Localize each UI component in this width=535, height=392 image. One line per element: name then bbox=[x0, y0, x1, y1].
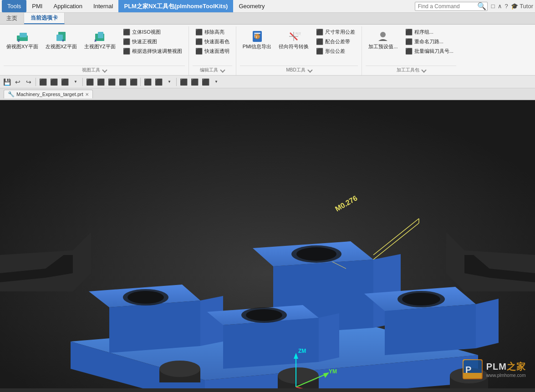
tb-view5-btn[interactable]: ⬛ bbox=[128, 77, 138, 87]
mbd-tools-chevron[interactable] bbox=[307, 67, 312, 72]
mbd-tools-label: MBD工具 bbox=[240, 66, 358, 74]
tb-view1-btn[interactable]: ⬛ bbox=[85, 77, 95, 87]
help-icon[interactable]: ? bbox=[505, 3, 508, 10]
file-tab-close[interactable]: ✕ bbox=[85, 92, 89, 97]
fit-view-btn[interactable]: ⬛ 根据选择快速调整视图 bbox=[120, 46, 185, 56]
left-view-label: 左视图XZ平面 bbox=[46, 44, 77, 50]
iso-view-btn[interactable]: ⬛ 立体ISO视图 bbox=[120, 27, 185, 36]
tutorial-link[interactable]: 🎓 Tutor bbox=[511, 3, 533, 10]
quick-face-transparent-icon: ⬛ bbox=[195, 47, 203, 55]
tb-drop2-btn[interactable]: ▼ bbox=[164, 77, 174, 87]
gd-tolerance-btn[interactable]: ⬛ 形位公差 bbox=[313, 46, 358, 56]
fit-view-label: 根据选择快速调整视图 bbox=[132, 48, 182, 55]
tb-snap-btn[interactable]: ⬛ bbox=[49, 77, 59, 87]
top-view-btn[interactable]: Z 俯视图XY平面 bbox=[4, 27, 41, 51]
quick-front-btn[interactable]: ⬛ 快速正视图 bbox=[120, 37, 185, 46]
menu-application[interactable]: Application bbox=[48, 0, 88, 12]
tb-geom1-btn[interactable]: ⬛ bbox=[143, 77, 153, 87]
iso-label: 立体ISO视图 bbox=[132, 29, 161, 36]
ribbon-edit-items: ⬛ 移除高亮 ⬛ 快速面着色 ⬛ 快速面透明 bbox=[193, 27, 232, 65]
tb-misc1-btn[interactable]: ⬛ bbox=[178, 77, 189, 87]
quick-front-icon: ⬛ bbox=[123, 38, 130, 45]
machining-tools-label: 加工工具包 bbox=[366, 66, 456, 74]
fit-tolerance-btn[interactable]: ⬛ 配合公差带 bbox=[313, 37, 358, 46]
radial-symbol-btn[interactable]: R(0) 径向符号转换 bbox=[276, 27, 311, 51]
machining-tools-chevron[interactable] bbox=[421, 67, 426, 72]
machining-small-btns: ⬛ 程序组... ⬛ 重命名刀路... ⬛ 批量编辑刀具号... bbox=[403, 27, 456, 56]
rename-toolpath-btn[interactable]: ⬛ 重命名刀路... bbox=[403, 37, 456, 46]
file-tab-name: Machinery_Express_target.prt bbox=[16, 92, 83, 97]
window-collapse-icon[interactable]: ∧ bbox=[498, 3, 502, 10]
svg-marker-29 bbox=[109, 300, 200, 353]
front-view-btn[interactable]: X 主视图YZ平面 bbox=[82, 27, 118, 51]
tb-misc2-btn[interactable]: ⬛ bbox=[189, 77, 199, 87]
tb-filter-btn[interactable]: ⬛ bbox=[60, 77, 70, 87]
quick-face-color-btn[interactable]: ⬛ 快速面着色 bbox=[193, 37, 232, 46]
menu-pmi[interactable]: PMI bbox=[26, 0, 48, 12]
svg-marker-44 bbox=[385, 304, 476, 355]
svg-text:X: X bbox=[94, 39, 97, 42]
tb-misc3-btn[interactable]: ⬛ bbox=[200, 77, 210, 87]
pmi-export-btn[interactable]: i PMI信息导出 bbox=[240, 27, 275, 51]
batch-edit-tool-btn[interactable]: ⬛ 批量编辑刀具号... bbox=[403, 46, 456, 56]
left-view-btn[interactable]: Y 左视图XZ平面 bbox=[43, 27, 80, 51]
view-small-btns: ⬛ 立体ISO视图 ⬛ 快速正视图 ⬛ 根据选择快速调整视图 bbox=[120, 27, 185, 56]
ribbon-tab-home[interactable]: 主页 bbox=[0, 13, 24, 24]
menu-internal[interactable]: Internal bbox=[88, 0, 118, 12]
search-bar[interactable]: 🔍 bbox=[415, 2, 488, 11]
fit-tolerance-label: 配合公差带 bbox=[325, 38, 350, 45]
tb-undo-btn[interactable]: ↩ bbox=[13, 77, 23, 87]
menu-tools[interactable]: Tools bbox=[2, 0, 26, 12]
ribbon-tab-active[interactable]: 当前选项卡 bbox=[24, 13, 65, 24]
program-group-btn[interactable]: ⬛ 程序组... bbox=[403, 27, 456, 36]
pmi-export-label: PMI信息导出 bbox=[243, 44, 272, 50]
quick-face-transparent-btn[interactable]: ⬛ 快速面透明 bbox=[193, 46, 232, 56]
tb-view3-btn[interactable]: ⬛ bbox=[107, 77, 117, 87]
svg-text:ZM: ZM bbox=[298, 348, 306, 354]
machining-preset-label: 加工预设值... bbox=[368, 44, 397, 50]
menu-bar: Tools PMI Application Internal PLM之家NX工具… bbox=[0, 0, 535, 13]
plm-url: www.plmhome.com bbox=[486, 373, 526, 378]
watermark: P PLM之家 www.plmhome.com bbox=[463, 359, 526, 379]
pmi-export-icon: i bbox=[250, 29, 265, 44]
window-restore-icon[interactable]: □ bbox=[491, 3, 495, 10]
tb-view4-btn[interactable]: ⬛ bbox=[117, 77, 127, 87]
tb-select-btn[interactable]: ⬛ bbox=[38, 77, 48, 87]
ribbon-group-view-tools: Z 俯视图XY平面 Y 左视图XZ平面 bbox=[0, 26, 189, 75]
svg-point-47 bbox=[402, 293, 440, 305]
svg-point-19 bbox=[380, 32, 386, 37]
edit-tools-chevron[interactable] bbox=[220, 67, 225, 72]
ribbon-group-edit-tools: ⬛ 移除高亮 ⬛ 快速面着色 ⬛ 快速面透明 编辑工具 bbox=[189, 26, 236, 75]
viewport[interactable]: M0.276 ZM YM XM P PLM之家 www. bbox=[0, 100, 535, 388]
tb-sep-3 bbox=[140, 78, 141, 86]
ribbon-view-items: Z 俯视图XY平面 Y 左视图XZ平面 bbox=[4, 27, 185, 65]
svg-point-32 bbox=[127, 291, 164, 304]
tb-redo-btn[interactable]: ↪ bbox=[24, 77, 34, 87]
dim-tolerance-icon: ⬛ bbox=[316, 28, 323, 36]
program-group-icon: ⬛ bbox=[405, 28, 413, 36]
svg-point-13 bbox=[255, 34, 260, 39]
search-input[interactable] bbox=[418, 3, 477, 10]
tb-save-btn[interactable]: 💾 bbox=[2, 77, 12, 87]
svg-text:Y: Y bbox=[62, 39, 64, 42]
file-tab-item[interactable]: 🔧 Machinery_Express_target.prt ✕ bbox=[4, 90, 93, 98]
svg-point-50 bbox=[159, 361, 200, 377]
menu-plm[interactable]: PLM之家NX工具包(plmhomeToolKits) bbox=[118, 0, 233, 12]
ribbon-group-mbd-tools: i PMI信息导出 R(0) 径向符号转换 bbox=[236, 26, 362, 75]
dim-tolerance-btn[interactable]: ⬛ 尺寸常用公差 bbox=[313, 27, 358, 36]
tb-geom2-btn[interactable]: ⬛ bbox=[153, 77, 163, 87]
remove-highlight-btn[interactable]: ⬛ 移除高亮 bbox=[193, 27, 232, 36]
tb-sep-2 bbox=[82, 78, 83, 86]
machining-preset-btn[interactable]: 加工预设值... bbox=[366, 27, 400, 51]
tb-view2-btn[interactable]: ⬛ bbox=[96, 77, 106, 87]
fit-view-icon: ⬛ bbox=[123, 47, 130, 55]
batch-edit-tool-label: 批量编辑刀具号... bbox=[414, 48, 453, 55]
front-view-label: 主视图YZ平面 bbox=[84, 44, 116, 50]
tb-drop-btn[interactable]: ▼ bbox=[71, 77, 81, 87]
tb-drop3-btn[interactable]: ▼ bbox=[211, 77, 221, 87]
ribbon-machining-items: 加工预设值... ⬛ 程序组... ⬛ 重命名刀路... ⬛ 批量编辑刀具号..… bbox=[366, 27, 456, 65]
fit-tolerance-icon: ⬛ bbox=[316, 38, 323, 45]
menu-geometry[interactable]: Geometry bbox=[233, 0, 270, 12]
view-tools-chevron[interactable] bbox=[102, 67, 107, 72]
machining-preset-icon bbox=[376, 29, 390, 44]
